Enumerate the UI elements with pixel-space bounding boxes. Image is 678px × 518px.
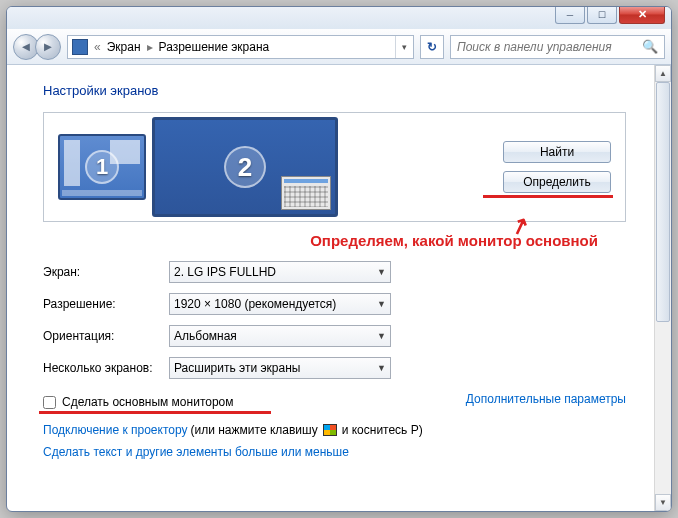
find-button[interactable]: Найти bbox=[503, 141, 611, 163]
address-bar: ◄ ► « Экран ▸ Разрешение экрана ▾ ↻ 🔍 bbox=[7, 29, 671, 65]
search-input[interactable] bbox=[457, 40, 642, 54]
make-main-label: Сделать основным монитором bbox=[62, 395, 234, 409]
breadcrumb[interactable]: « Экран ▸ Разрешение экрана ▾ bbox=[67, 35, 414, 59]
label-multiple: Несколько экранов: bbox=[43, 361, 169, 375]
monitor-action-buttons: Найти Определить bbox=[503, 141, 611, 193]
windows-key-icon bbox=[323, 424, 337, 436]
make-main-row: Сделать основным монитором bbox=[43, 395, 234, 409]
screen-icon bbox=[72, 39, 88, 55]
chevron-down-icon: ▼ bbox=[377, 363, 386, 373]
chevron-right-icon: ▸ bbox=[145, 40, 155, 54]
titlebar: ─ ☐ ✕ bbox=[7, 7, 671, 29]
chevron-down-icon: ▼ bbox=[377, 267, 386, 277]
breadcrumb-seg-1[interactable]: Экран bbox=[103, 36, 145, 58]
select-multiple-value: Расширить эти экраны bbox=[174, 361, 300, 375]
monitors: 1 2 bbox=[58, 117, 503, 217]
select-screen[interactable]: 2. LG IPS FULLHD ▼ bbox=[169, 261, 391, 283]
advanced-link[interactable]: Дополнительные параметры bbox=[466, 392, 626, 406]
vertical-scrollbar[interactable]: ▲ ▼ bbox=[654, 65, 671, 511]
make-main-checkbox[interactable] bbox=[43, 396, 56, 409]
monitor-2[interactable]: 2 bbox=[152, 117, 338, 217]
select-resolution-value: 1920 × 1080 (рекомендуется) bbox=[174, 297, 336, 311]
row-screen: Экран: 2. LG IPS FULLHD ▼ bbox=[43, 261, 626, 283]
search-icon: 🔍 bbox=[642, 39, 658, 54]
main-panel: Настройки экранов 1 2 Найти bbox=[7, 65, 654, 511]
maximize-button[interactable]: ☐ bbox=[587, 6, 617, 24]
annotation-underline-detect bbox=[483, 195, 613, 198]
scroll-up-button[interactable]: ▲ bbox=[655, 65, 671, 82]
projector-hint-tail: и коснитесь P) bbox=[342, 423, 423, 437]
breadcrumb-seg-2[interactable]: Разрешение экрана bbox=[155, 36, 274, 58]
label-orientation: Ориентация: bbox=[43, 329, 169, 343]
text-size-link[interactable]: Сделать текст и другие элементы больше и… bbox=[43, 445, 349, 459]
scroll-track[interactable] bbox=[655, 82, 671, 494]
window: ─ ☐ ✕ ◄ ► « Экран ▸ Разрешение экрана ▾ … bbox=[6, 6, 672, 512]
window-controls: ─ ☐ ✕ bbox=[555, 6, 665, 24]
monitor-2-deco bbox=[281, 176, 331, 210]
checkbox-and-advanced-row: Сделать основным монитором Дополнительны… bbox=[43, 389, 626, 409]
projector-link[interactable]: Подключение к проектору bbox=[43, 423, 188, 437]
select-resolution[interactable]: 1920 × 1080 (рекомендуется) ▼ bbox=[169, 293, 391, 315]
monitor-arrangement[interactable]: 1 2 Найти Определить ↗ bbox=[43, 112, 626, 222]
close-button[interactable]: ✕ bbox=[619, 6, 665, 24]
annotation-underline-checkbox bbox=[39, 411, 271, 414]
search-box[interactable]: 🔍 bbox=[450, 35, 665, 59]
chevron-down-icon: ▼ bbox=[377, 299, 386, 309]
page-title: Настройки экранов bbox=[43, 83, 626, 98]
projector-hint-pre: (или нажмите клавишу bbox=[191, 423, 318, 437]
detect-button[interactable]: Определить bbox=[503, 171, 611, 193]
scroll-down-button[interactable]: ▼ bbox=[655, 494, 671, 511]
row-orientation: Ориентация: Альбомная ▼ bbox=[43, 325, 626, 347]
row-resolution: Разрешение: 1920 × 1080 (рекомендуется) … bbox=[43, 293, 626, 315]
projector-row: Подключение к проектору (или нажмите кла… bbox=[43, 423, 626, 437]
select-multiple[interactable]: Расширить эти экраны ▼ bbox=[169, 357, 391, 379]
monitor-1[interactable]: 1 bbox=[58, 134, 146, 200]
scroll-thumb[interactable] bbox=[656, 82, 670, 322]
text-size-row: Сделать текст и другие элементы больше и… bbox=[43, 445, 626, 459]
label-screen: Экран: bbox=[43, 265, 169, 279]
select-screen-value: 2. LG IPS FULLHD bbox=[174, 265, 276, 279]
breadcrumb-dropdown[interactable]: ▾ bbox=[395, 36, 413, 58]
label-resolution: Разрешение: bbox=[43, 297, 169, 311]
row-multiple: Несколько экранов: Расширить эти экраны … bbox=[43, 357, 626, 379]
forward-button[interactable]: ► bbox=[35, 34, 61, 60]
select-orientation[interactable]: Альбомная ▼ bbox=[169, 325, 391, 347]
content-area: Настройки экранов 1 2 Найти bbox=[7, 65, 671, 511]
bottom-links: Подключение к проектору (или нажмите кла… bbox=[43, 423, 626, 459]
refresh-button[interactable]: ↻ bbox=[420, 35, 444, 59]
select-orientation-value: Альбомная bbox=[174, 329, 237, 343]
nav-buttons: ◄ ► bbox=[13, 34, 61, 60]
chevron-down-icon: ▼ bbox=[377, 331, 386, 341]
minimize-button[interactable]: ─ bbox=[555, 6, 585, 24]
breadcrumb-sep: « bbox=[92, 40, 103, 54]
monitor-number-2: 2 bbox=[224, 146, 266, 188]
